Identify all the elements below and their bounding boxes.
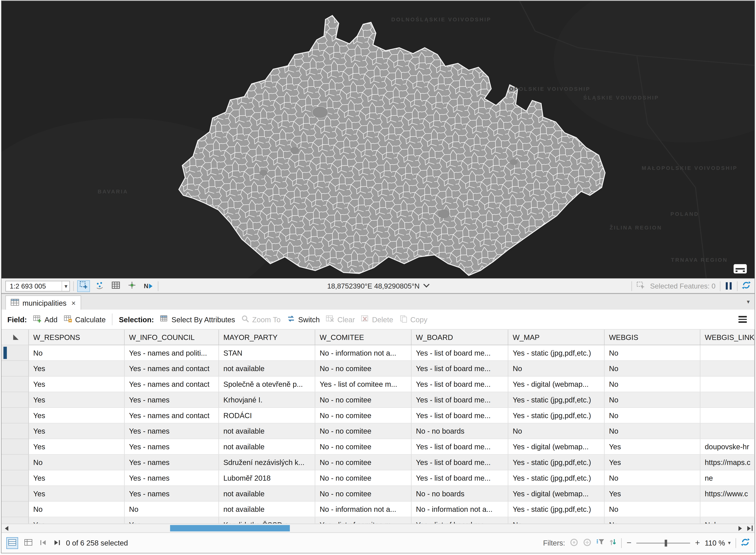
pause-drawing-icon[interactable] [725, 282, 733, 290]
row-selector[interactable] [1, 423, 29, 439]
table-cell[interactable]: No [29, 502, 125, 517]
table-cell[interactable]: Yes - list of board me... [412, 408, 508, 423]
table-cell[interactable]: Yes - names and contact [125, 361, 219, 377]
calculate-field-button[interactable]: Calculate [64, 315, 106, 324]
delete-selected-button[interactable]: Delete [361, 315, 393, 324]
row-selector[interactable] [1, 361, 29, 377]
column-header-w_respons[interactable]: W_RESPONS [29, 330, 125, 345]
zoom-level-dropdown[interactable]: 110 % ▾ [705, 539, 731, 547]
column-header-w_map[interactable]: W_MAP [508, 330, 605, 345]
map-view[interactable]: DOLNOŚLĄSKIE VOIVODSHIP OPOLSKIE VOIVODS… [1, 1, 755, 278]
table-cell[interactable]: Yes - list of board me... [412, 392, 508, 408]
table-cell[interactable]: No - no boards [412, 486, 508, 502]
table-cell[interactable] [700, 408, 755, 423]
copy-button[interactable]: Copy [400, 315, 427, 324]
scrollbar-track[interactable] [11, 524, 735, 532]
table-cell[interactable]: Yes - list of board me... [412, 377, 508, 392]
row-selector[interactable] [1, 439, 29, 455]
table-cell[interactable]: Yes - names [125, 439, 219, 455]
table-cell[interactable] [700, 502, 755, 517]
column-header-webgis[interactable]: WEBGIS [605, 330, 700, 345]
table-cell[interactable] [700, 392, 755, 408]
table-cell[interactable]: Yes [29, 517, 125, 524]
snap-tool-button[interactable] [126, 280, 138, 292]
table-cell[interactable]: doupovske-hr [700, 439, 755, 455]
table-cell[interactable] [700, 345, 755, 361]
row-selector[interactable] [1, 455, 29, 470]
table-cell[interactable]: STAN [219, 345, 315, 361]
scrollbar-thumb[interactable] [170, 525, 290, 531]
sync-scroll-icon[interactable] [610, 538, 617, 548]
attribute-table-tool-button[interactable] [110, 280, 122, 292]
map-dock-icon[interactable] [733, 264, 747, 273]
zoom-out-button[interactable]: − [627, 539, 632, 547]
table-cell[interactable]: Yes [605, 455, 700, 470]
table-cell[interactable] [700, 361, 755, 377]
select-rectangle-tool-button[interactable] [77, 280, 90, 292]
table-cell[interactable]: No - no comitee [315, 439, 412, 455]
table-cell[interactable]: No - no comitee [315, 470, 412, 486]
table-cell[interactable]: No [508, 423, 605, 439]
table-cell[interactable]: Yes [29, 361, 125, 377]
table-cell[interactable]: Yes [29, 439, 125, 455]
row-selector[interactable] [1, 377, 29, 392]
table-cell[interactable]: No [605, 392, 700, 408]
menu-icon[interactable] [737, 314, 749, 325]
table-cell[interactable]: No [125, 502, 219, 517]
table-cell[interactable]: Yes - static (jpg,pdf,etc.) [508, 502, 605, 517]
table-view-button[interactable] [6, 537, 18, 549]
table-cell[interactable]: https://www.c [700, 486, 755, 502]
table-cell[interactable]: Yes - names and contact [125, 408, 219, 423]
table-cell[interactable] [700, 377, 755, 392]
table-cell[interactable]: Yes - names [125, 392, 219, 408]
table-cell[interactable]: https://maps.c [700, 455, 755, 470]
table-cell[interactable]: Kandidatka ČSSD a [219, 517, 315, 524]
table-cell[interactable]: No [508, 361, 605, 377]
table-cell[interactable]: No - information not a... [315, 502, 412, 517]
table-cell[interactable]: Yes [29, 377, 125, 392]
slider-handle[interactable] [665, 540, 667, 547]
row-selector[interactable] [1, 502, 29, 517]
table-cell[interactable]: No - information not a... [412, 502, 508, 517]
table-cell[interactable]: Yes [29, 423, 125, 439]
table-cell[interactable]: Yes - names and contact [125, 377, 219, 392]
table-cell[interactable]: Yes - list of board me... [412, 517, 508, 524]
table-cell[interactable] [700, 423, 755, 439]
row-selector[interactable] [1, 345, 29, 361]
first-record-button[interactable] [39, 539, 48, 547]
last-record-button[interactable] [52, 539, 61, 547]
table-cell[interactable]: not available [219, 423, 315, 439]
table-cell[interactable]: Yes - static (jpg,pdf,etc.) [508, 455, 605, 470]
horizontal-scrollbar[interactable] [1, 524, 755, 532]
table-cell[interactable]: Krhovjané I. [219, 392, 315, 408]
clear-selection-button[interactable]: Clear [326, 315, 355, 324]
column-header-webgis_link[interactable]: WEBGIS_LINK [700, 330, 755, 345]
table-cell[interactable]: Yes - static (jpg,pdf,etc.) [508, 408, 605, 423]
table-cell[interactable]: Společně a otevřeně p... [219, 377, 315, 392]
table-cell[interactable]: Yes [29, 392, 125, 408]
scroll-left-arrow[interactable] [1, 524, 11, 532]
switch-selection-button[interactable]: Switch [287, 315, 320, 324]
table-cell[interactable]: Yes [605, 439, 700, 455]
selection-filter-icon[interactable] [583, 538, 591, 548]
table-cell[interactable]: Yes - list of board me... [412, 455, 508, 470]
table-cell[interactable]: No [605, 502, 700, 517]
column-header-w_info_council[interactable]: W_INFO_COUNCIL [125, 330, 219, 345]
table-cell[interactable]: not available [219, 439, 315, 455]
table-cell[interactable]: Yes [125, 517, 219, 524]
table-cell[interactable]: Yes - names [125, 423, 219, 439]
zoom-to-button[interactable]: Zoom To [242, 315, 281, 324]
table-cell[interactable]: Yes - names and politi... [125, 345, 219, 361]
select-all-corner[interactable] [1, 330, 29, 345]
add-field-button[interactable]: Add [33, 315, 57, 324]
table-cell[interactable]: Yes - list of comitee m... [315, 517, 412, 524]
table-cell[interactable]: Luboměř 2018 [219, 470, 315, 486]
table-cell[interactable]: No - no comitee [315, 455, 412, 470]
table-cell[interactable]: No [605, 377, 700, 392]
table-cell[interactable]: No - no comitee [315, 408, 412, 423]
table-cell[interactable]: Yes - list of board me... [412, 345, 508, 361]
table-cell[interactable]: Yes - list of board me... [412, 439, 508, 455]
table-cell[interactable]: No [605, 470, 700, 486]
table-cell[interactable]: ne [700, 470, 755, 486]
table-cell[interactable]: No [508, 517, 605, 524]
